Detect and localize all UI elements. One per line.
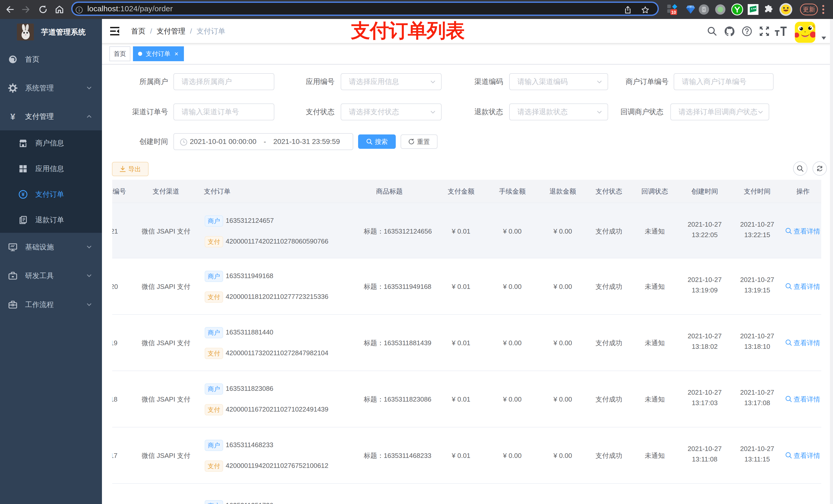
svg-text:¥: ¥ [22, 191, 25, 197]
svg-text:10: 10 [671, 10, 676, 15]
